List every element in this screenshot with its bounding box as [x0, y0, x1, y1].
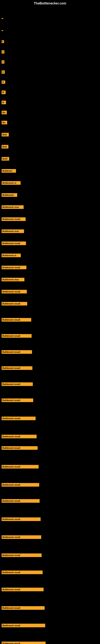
bar-item: Bottleneck result — [1, 302, 27, 306]
bar-label: B — [1, 100, 6, 104]
bar-item: Bottleneck result — [1, 242, 26, 245]
bar-label: Bottleneck result — [1, 606, 45, 610]
site-title: TheBottlenecker.com — [34, 2, 66, 5]
bar-label: Bottleneck result — [1, 446, 38, 450]
bar-label: Bottleneck result — [1, 554, 42, 557]
bar-item: Bottleneck result — [1, 318, 31, 322]
bar-item: Bottlenec — [1, 169, 16, 173]
bar-label: Bottleneck result — [1, 318, 31, 322]
bar-item: Bottleneck result — [1, 416, 36, 420]
bar-item: Bottleneck re — [1, 254, 21, 257]
bar-label: Bottlenec — [1, 169, 16, 173]
bar-item: B — [1, 90, 6, 94]
bar-item: Bott — [1, 133, 9, 136]
bar-item: Bottleneck result — [1, 499, 40, 503]
bar-item: Bottleneck result — [1, 446, 38, 450]
bar-label: Bottleneck result — [1, 398, 33, 402]
bar-item: Bottleneck result — [1, 435, 37, 438]
bar-label: Bottleneck re — [1, 254, 21, 257]
bar-item: Bottleneck resu — [1, 278, 24, 281]
bar-item: Bottl — [1, 157, 9, 160]
bar-label: Bottleneck result — [1, 290, 27, 294]
bar-item: Bottleneck result — [1, 465, 39, 468]
bar-item: Bottleneck result — [1, 398, 33, 402]
bar-item: B — [1, 70, 5, 74]
bar-label: Bottleneck result — [1, 382, 33, 386]
bar-label: Bottleneck result — [1, 350, 32, 354]
bar-label: Bottleneck resu — [1, 230, 24, 233]
bar-label — [1, 18, 3, 19]
bar-item: Bottleneck result — [1, 642, 46, 644]
bar-label: Bottleneck result — [1, 499, 40, 503]
bar-label: Bott — [1, 133, 9, 136]
bar-label: Bottleneck result — [1, 435, 37, 438]
bar-item: Bottleneck resu — [1, 230, 24, 233]
bar-item: Bottleneck result — [1, 624, 45, 627]
bar-item: Bottleneck re — [1, 181, 21, 185]
bar-label: Bottleneck result — [1, 465, 39, 468]
bar-item: B — [1, 100, 6, 104]
bar-label: Bottleneck result — [1, 334, 32, 338]
bar-item: Bottleneck result — [1, 217, 26, 221]
bar-label: Bottleneck result — [1, 483, 39, 486]
bar-item: Bottleneck result — [1, 366, 32, 370]
bar-label: Bottleneck resu — [1, 205, 24, 209]
bar-label: Bottleneck result — [1, 242, 26, 245]
bar-item: Bottleneck result — [1, 518, 41, 521]
bar-item: E — [1, 50, 4, 54]
bar-item: E — [1, 40, 4, 43]
bar-label: Bottleneck result — [1, 624, 45, 627]
bar-item: Bottleneck result — [1, 606, 45, 610]
bar-label: Bottleneck result — [1, 642, 46, 644]
bar-item: Bott — [1, 145, 8, 148]
bar-label: Bo — [1, 111, 7, 114]
bar-label: E — [1, 40, 4, 43]
bar-label: Bo — [1, 121, 7, 124]
bar-item: Bottleneck result — [1, 570, 43, 574]
bar-label: Bottl — [1, 157, 9, 160]
bar-item: Bottleneck result — [1, 554, 42, 557]
bar-label: Bottleneck result — [1, 518, 41, 521]
bar-label — [1, 30, 3, 31]
bar-label: B — [1, 70, 5, 74]
bar-label: Bottleneck result — [1, 535, 41, 539]
bar-item: Bottleneck result — [1, 290, 27, 294]
bar-label: Bott — [1, 145, 8, 148]
bar-label: Bottleneck result — [1, 570, 43, 574]
bar-item: Bottleneck result — [1, 334, 32, 338]
bar-label: Bottleneck result — [1, 416, 36, 420]
bar-label: Bottleneck re — [1, 181, 21, 185]
bar-label: Bottleneck — [1, 193, 17, 197]
bar-item — [1, 30, 3, 31]
bar-label: Bottleneck result — [1, 366, 32, 370]
bar-label: E — [1, 50, 4, 54]
bar-item: Bottleneck result — [1, 266, 26, 269]
bar-label: Bottleneck result — [1, 266, 26, 269]
bar-item — [1, 18, 3, 19]
bar-label: B — [1, 90, 6, 94]
bar-item: Bottleneck result — [1, 382, 33, 386]
bar-item: Bo — [1, 111, 7, 114]
bar-label: Bottleneck result — [1, 588, 44, 591]
bar-label: Bottleneck result — [1, 217, 26, 221]
bar-label: Bottleneck result — [1, 302, 27, 306]
bar-item: B — [1, 80, 5, 84]
bar-item: Bottleneck result — [1, 535, 41, 539]
bar-item: Bottleneck resu — [1, 205, 24, 209]
bar-item: Bottleneck result — [1, 588, 44, 591]
bar-label: B — [1, 80, 5, 84]
bar-item: Bo — [1, 121, 7, 124]
bar-item: Bottleneck result — [1, 350, 32, 354]
bar-label: E — [1, 60, 4, 64]
bar-item: Bottleneck — [1, 193, 17, 197]
bar-item: Bottleneck result — [1, 483, 39, 486]
bar-item: E — [1, 60, 4, 64]
bar-label: Bottleneck resu — [1, 278, 24, 281]
